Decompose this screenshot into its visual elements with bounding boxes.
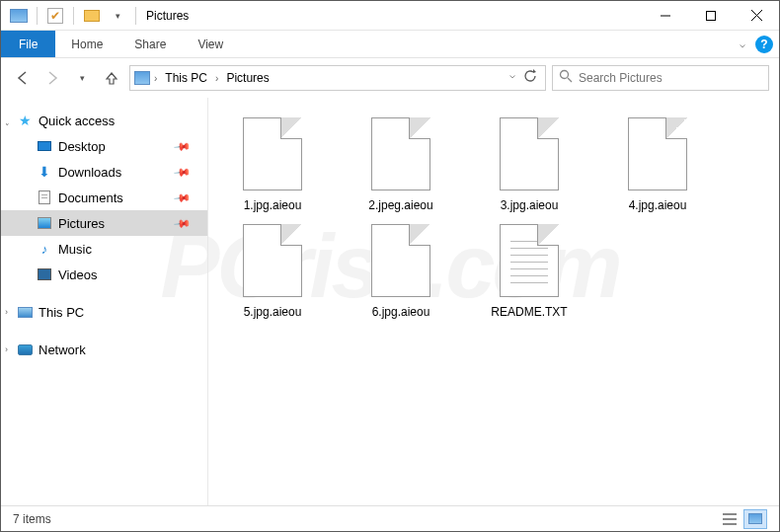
body-area: ˬ ★ Quick access Desktop 📌 ⬇ Downloads 📌… <box>1 98 779 505</box>
tab-home[interactable]: Home <box>55 31 118 57</box>
sidebar-item-label: Pictures <box>58 216 105 231</box>
file-item[interactable]: 1.jpg.aieou <box>218 115 327 212</box>
blank-file-icon <box>367 222 434 299</box>
folder-icon[interactable] <box>80 4 104 28</box>
refresh-icon[interactable] <box>523 69 537 87</box>
breadcrumb-pictures[interactable]: Pictures <box>222 69 273 87</box>
search-icon <box>559 69 573 87</box>
file-item[interactable]: README.TXT <box>475 222 584 319</box>
file-name-label: 4.jpg.aieou <box>629 198 687 212</box>
blank-file-icon <box>496 115 563 192</box>
ribbon-right-controls: ⌵ ? <box>734 31 779 57</box>
breadcrumb-thispc[interactable]: This PC <box>161 69 211 87</box>
sidebar-item-documents[interactable]: Documents 📌 <box>1 185 207 210</box>
pin-icon: 📌 <box>173 137 192 156</box>
pin-icon: 📌 <box>173 163 192 182</box>
pin-icon: 📌 <box>173 214 192 233</box>
svg-rect-1 <box>707 11 716 20</box>
sidebar-item-desktop[interactable]: Desktop 📌 <box>1 133 207 159</box>
svg-rect-7 <box>723 518 737 520</box>
file-name-label: README.TXT <box>491 305 567 319</box>
sidebar-item-pictures[interactable]: Pictures 📌 <box>1 210 207 236</box>
sidebar-item-label: Network <box>39 342 86 357</box>
file-item[interactable]: 4.jpg.aieou <box>603 115 712 212</box>
ribbon-expand-icon[interactable]: ⌵ <box>740 38 745 49</box>
window-controls <box>643 1 779 31</box>
text-file-icon <box>496 222 563 299</box>
sidebar-item-label: Quick access <box>39 114 115 128</box>
documents-icon <box>37 190 52 205</box>
sidebar-item-downloads[interactable]: ⬇ Downloads 📌 <box>1 159 207 185</box>
network-icon <box>17 342 33 357</box>
file-name-label: 6.jpg.aieou <box>372 305 430 319</box>
help-icon[interactable]: ? <box>755 36 773 53</box>
file-name-label: 3.jpg.aieou <box>501 198 559 212</box>
status-bar: 7 items <box>1 505 779 531</box>
sidebar-item-label: Documents <box>58 190 123 205</box>
explorer-window: PCrisk.com ✔ ▾ Pictures File Home <box>0 0 780 532</box>
file-view[interactable]: 1.jpg.aieou2.jpeg.aieou3.jpg.aieou4.jpg.… <box>208 98 779 505</box>
file-name-label: 1.jpg.aieou <box>244 198 302 212</box>
navigation-pane[interactable]: ˬ ★ Quick access Desktop 📌 ⬇ Downloads 📌… <box>1 98 208 505</box>
close-button[interactable] <box>734 1 779 31</box>
videos-icon <box>37 266 52 282</box>
sidebar-network[interactable]: › Network <box>1 337 207 362</box>
app-icon[interactable] <box>7 4 31 28</box>
chevron-right-icon[interactable]: › <box>152 73 159 84</box>
address-dropdown-icon[interactable]: ⌵ <box>509 69 515 87</box>
chevron-down-icon[interactable]: ˬ <box>5 115 10 125</box>
view-switcher <box>718 509 767 529</box>
sidebar-item-label: This PC <box>39 305 84 320</box>
star-icon: ★ <box>17 113 33 128</box>
recent-dropdown-icon[interactable]: ▾ <box>70 66 94 90</box>
search-input[interactable] <box>579 71 762 85</box>
thumbnails-view-button[interactable] <box>743 509 767 529</box>
window-title: Pictures <box>140 9 189 23</box>
maximize-button[interactable] <box>688 1 734 31</box>
sidebar-item-label: Desktop <box>58 139 106 154</box>
chevron-right-icon[interactable]: › <box>213 73 220 84</box>
blank-file-icon <box>239 222 306 299</box>
forward-button[interactable] <box>40 66 64 90</box>
sidebar-quick-access[interactable]: ˬ ★ Quick access <box>1 108 207 133</box>
svg-line-5 <box>568 78 572 82</box>
chevron-right-icon[interactable]: › <box>5 344 8 354</box>
blank-file-icon <box>239 115 306 192</box>
blank-file-icon <box>367 115 434 192</box>
minimize-button[interactable] <box>643 1 688 31</box>
file-item[interactable]: 3.jpg.aieou <box>475 115 584 212</box>
file-name-label: 5.jpg.aieou <box>244 305 302 319</box>
file-name-label: 2.jpeg.aieou <box>368 198 432 212</box>
sidebar-this-pc[interactable]: › This PC <box>1 299 207 325</box>
blank-file-icon <box>624 115 691 192</box>
ribbon-tabs: File Home Share View ⌵ ? <box>1 31 779 58</box>
desktop-icon <box>37 138 52 154</box>
up-button[interactable] <box>100 66 123 90</box>
file-item[interactable]: 6.jpg.aieou <box>347 222 455 319</box>
svg-rect-6 <box>723 513 737 515</box>
sidebar-item-music[interactable]: ♪ Music <box>1 236 207 262</box>
navigation-bar: ▾ › This PC › Pictures ⌵ <box>1 58 779 98</box>
file-item[interactable]: 5.jpg.aieou <box>218 222 327 319</box>
tab-view[interactable]: View <box>182 31 239 57</box>
download-icon: ⬇ <box>37 164 52 180</box>
sidebar-item-videos[interactable]: Videos <box>1 262 207 287</box>
qat-dropdown-icon[interactable]: ▾ <box>106 4 129 28</box>
address-bar[interactable]: › This PC › Pictures ⌵ <box>129 65 546 91</box>
svg-point-4 <box>561 71 569 79</box>
title-bar: ✔ ▾ Pictures <box>1 1 779 31</box>
back-button[interactable] <box>11 66 35 90</box>
details-view-button[interactable] <box>718 509 741 529</box>
chevron-right-icon[interactable]: › <box>5 307 8 317</box>
svg-rect-8 <box>723 523 737 525</box>
properties-icon[interactable]: ✔ <box>43 4 67 28</box>
pin-icon: 📌 <box>173 189 192 207</box>
location-icon <box>134 70 150 86</box>
pictures-icon <box>37 215 52 231</box>
tab-share[interactable]: Share <box>118 31 182 57</box>
file-item[interactable]: 2.jpeg.aieou <box>347 115 455 212</box>
file-tab[interactable]: File <box>1 31 55 57</box>
pc-icon <box>17 304 33 320</box>
quick-access-toolbar: ✔ ▾ <box>1 4 140 28</box>
search-box[interactable] <box>552 65 769 91</box>
